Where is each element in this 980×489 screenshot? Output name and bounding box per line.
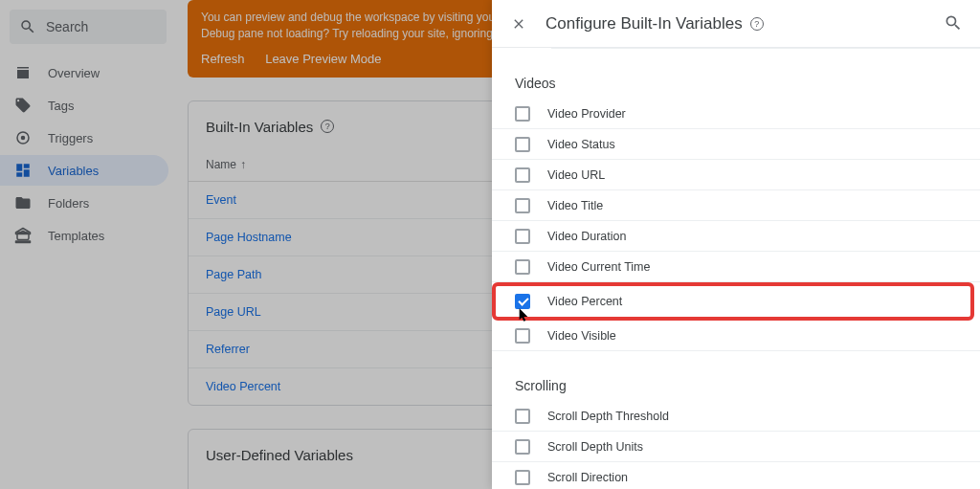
search-icon xyxy=(944,13,963,33)
nav-templates[interactable]: Templates xyxy=(0,220,176,251)
nav-folders[interactable]: Folders xyxy=(0,188,176,218)
sidebar: Search Overview Tags Triggers Variables … xyxy=(0,0,176,489)
section-scrolling: Scrolling xyxy=(492,351,980,401)
checkbox[interactable] xyxy=(515,137,530,152)
highlight-annotation: Video Percent xyxy=(492,282,974,321)
panel-search-button[interactable] xyxy=(944,13,965,34)
nav-variables[interactable]: Variables xyxy=(0,155,168,186)
panel-title: Configure Built-In Variables ? xyxy=(546,14,944,33)
option-scroll-depth-threshold[interactable]: Scroll Depth Threshold xyxy=(492,401,980,432)
nav-tags[interactable]: Tags xyxy=(0,90,176,121)
option-video-visible[interactable]: Video Visible xyxy=(492,321,980,351)
option-scroll-depth-units[interactable]: Scroll Depth Units xyxy=(492,432,980,462)
section-videos: Videos xyxy=(492,49,980,99)
option-video-current-time[interactable]: Video Current Time xyxy=(492,252,980,282)
search-box[interactable]: Search xyxy=(10,10,167,44)
svg-point-0 xyxy=(21,136,26,141)
search-placeholder: Search xyxy=(46,19,88,34)
templates-icon xyxy=(13,226,33,245)
checkbox[interactable] xyxy=(515,167,530,183)
option-video-title[interactable]: Video Title xyxy=(492,190,980,221)
checkbox[interactable] xyxy=(515,198,530,213)
checkbox[interactable] xyxy=(515,229,530,244)
option-video-status[interactable]: Video Status xyxy=(492,129,980,160)
checkbox[interactable] xyxy=(515,328,530,344)
tags-icon xyxy=(13,96,33,115)
leave-preview-button[interactable]: Leave Preview Mode xyxy=(265,52,381,66)
nav-overview[interactable]: Overview xyxy=(0,57,176,88)
triggers-icon xyxy=(13,128,33,147)
variables-icon xyxy=(13,161,33,180)
close-icon xyxy=(511,16,526,32)
option-video-percent[interactable]: Video Percent xyxy=(496,286,970,317)
option-scroll-direction[interactable]: Scroll Direction xyxy=(492,462,980,489)
folders-icon xyxy=(13,193,33,212)
checkbox[interactable] xyxy=(515,439,530,455)
option-video-duration[interactable]: Video Duration xyxy=(492,221,980,252)
configure-panel: Configure Built-In Variables ? Videos Vi… xyxy=(492,0,980,489)
help-icon[interactable]: ? xyxy=(750,17,764,31)
checkbox[interactable] xyxy=(515,409,530,424)
sort-asc-icon: ↑ xyxy=(240,158,246,171)
builtin-title: Built-In Variables xyxy=(206,119,313,135)
checkbox-checked[interactable] xyxy=(515,294,530,309)
checkbox[interactable] xyxy=(515,259,530,275)
checkbox[interactable] xyxy=(515,470,530,485)
checkbox[interactable] xyxy=(515,106,530,122)
search-icon xyxy=(19,18,36,35)
option-video-url[interactable]: Video URL xyxy=(492,160,980,190)
refresh-button[interactable]: Refresh xyxy=(201,52,245,66)
close-button[interactable] xyxy=(507,12,530,35)
help-icon[interactable]: ? xyxy=(321,120,334,133)
udv-title: User-Defined Variables xyxy=(206,447,353,463)
option-video-provider[interactable]: Video Provider xyxy=(492,99,980,129)
nav-triggers[interactable]: Triggers xyxy=(0,122,176,153)
panel-body[interactable]: Videos Video Provider Video Status Video… xyxy=(492,48,980,489)
overview-icon xyxy=(13,63,33,82)
